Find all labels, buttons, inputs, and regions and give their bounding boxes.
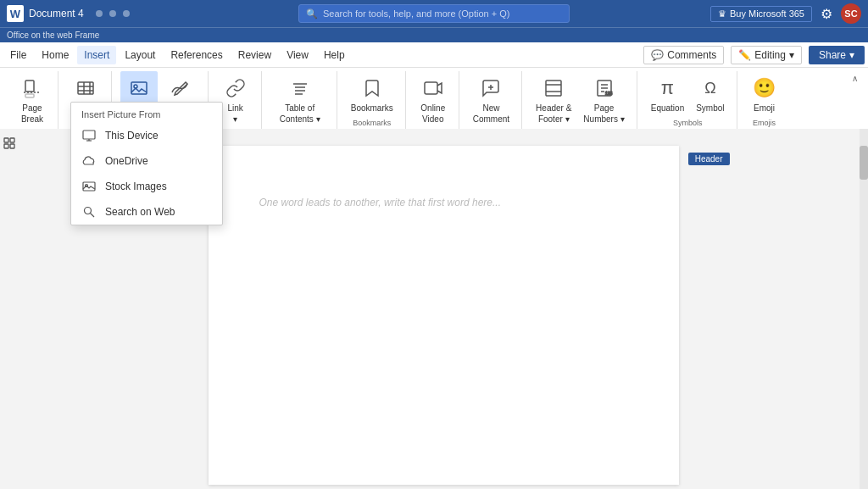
svg-rect-17 [546, 81, 561, 96]
ribbon-group-bookmarks: Bookmarks Bookmarks [339, 71, 406, 131]
video-icon [420, 75, 447, 102]
title-bar: W Document 4 🔍 Search for tools, help, a… [0, 0, 868, 27]
onedrive-label: OneDrive [105, 155, 148, 167]
this-device-item[interactable]: This Device [71, 123, 222, 148]
menu-review[interactable]: Review [231, 46, 278, 64]
device-icon [81, 128, 97, 143]
symbol-button[interactable]: Ω Symbol [691, 71, 729, 116]
svg-rect-0 [25, 81, 34, 92]
title-dot [109, 10, 116, 17]
search-icon: 🔍 [306, 8, 318, 19]
header-footer-button[interactable]: Header & Footer ▾ [531, 71, 576, 127]
ribbon-expand-button[interactable]: ∧ [848, 71, 861, 85]
picture-icon [125, 75, 153, 102]
onedrive-item[interactable]: OneDrive [71, 148, 222, 174]
dropdown-header: Insert Picture From [71, 103, 222, 123]
menu-bar-right: 💬 Comments ✏️ Editing ▾ Share ▾ [643, 46, 865, 64]
emojis-group-label: Emojis [753, 117, 776, 127]
svg-rect-14 [425, 82, 437, 94]
document-page[interactable]: One word leads to another, write that fi… [209, 146, 679, 485]
crown-icon: ♛ [718, 8, 726, 19]
svg-rect-32 [4, 138, 8, 142]
equation-button[interactable]: π Equation [646, 71, 689, 116]
online-video-button[interactable]: Online Video [415, 71, 452, 127]
title-bar-center: 🔍 Search for tools, help, and more (Opti… [292, 4, 576, 23]
title-bar-right: ♛ Buy Microsoft 365 ⚙ SC [576, 3, 861, 24]
menu-file[interactable]: File [3, 46, 33, 64]
search-on-web-label: Search on Web [105, 206, 175, 218]
menu-insert[interactable]: Insert [77, 46, 116, 64]
link-icon [222, 75, 249, 102]
document-container: One word leads to another, write that fi… [209, 146, 679, 472]
stock-images-label: Stock Images [105, 181, 167, 192]
svg-rect-34 [4, 144, 8, 148]
menu-view[interactable]: View [280, 46, 315, 64]
share-button[interactable]: Share ▾ [809, 46, 865, 64]
settings-icon[interactable]: ⚙ [821, 6, 832, 22]
title-dot [123, 10, 130, 17]
chevron-down-icon: ▾ [849, 49, 854, 61]
office-bar-label: Office on the web Frame [7, 31, 99, 40]
toc-button[interactable]: Table of Contents ▾ [275, 71, 326, 127]
toc-icon [287, 75, 314, 102]
search-placeholder: Search for tools, help, and more (Option… [323, 8, 509, 19]
page-numbers-button[interactable]: 123 Page Numbers ▾ [578, 71, 629, 127]
document-title: Document 4 [29, 8, 84, 19]
ribbon-group-emojis: 🙂 Emoji Emojis [739, 71, 790, 131]
editing-button[interactable]: ✏️ Editing ▾ [731, 46, 802, 64]
emoji-button[interactable]: 🙂 Emoji [746, 71, 783, 116]
svg-rect-2 [25, 94, 34, 97]
chevron-down-icon: ▾ [789, 49, 794, 61]
images-icon [81, 179, 97, 194]
svg-rect-28 [83, 182, 95, 191]
menu-references[interactable]: References [164, 46, 229, 64]
new-comment-button[interactable]: New Comment [468, 71, 515, 127]
bookmarks-icon [359, 75, 386, 102]
page-break-icon [19, 75, 46, 102]
comment-icon [477, 75, 504, 102]
ribbon-group-symbols: π Equation Ω Symbol Symbols [639, 71, 737, 131]
edit-icon: ✏️ [738, 49, 751, 61]
scrollbar[interactable] [860, 129, 868, 489]
stock-images-item[interactable]: Stock Images [71, 174, 222, 199]
svg-rect-25 [83, 131, 95, 139]
equation-icon: π [654, 75, 681, 102]
office-bar: Office on the web Frame [0, 27, 868, 42]
search-box[interactable]: 🔍 Search for tools, help, and more (Opti… [298, 4, 570, 23]
header-label: Header [688, 153, 730, 165]
comment-icon: 💬 [651, 49, 664, 61]
this-device-label: This Device [105, 130, 159, 142]
bookmarks-group-label: Bookmarks [353, 117, 391, 127]
cloud-icon [81, 153, 97, 169]
symbols-group-label: Symbols [673, 117, 703, 127]
placeholder-text: One word leads to another, write that fi… [259, 197, 501, 208]
title-dot [96, 10, 103, 17]
page-break-button[interactable]: Page Break [14, 71, 51, 127]
menu-home[interactable]: Home [35, 46, 75, 64]
drawing-icon [166, 75, 193, 102]
title-bar-left: W Document 4 [7, 5, 292, 22]
header-footer-icon [540, 75, 567, 102]
picture-dropdown: Insert Picture From This Device OneDrive [70, 102, 223, 225]
symbol-icon: Ω [697, 75, 724, 102]
svg-rect-33 [10, 138, 14, 142]
bookmarks-button[interactable]: Bookmarks [346, 71, 398, 116]
document-content: One word leads to another, write that fi… [209, 146, 679, 242]
avatar[interactable]: SC [841, 3, 861, 24]
menu-help[interactable]: Help [317, 46, 352, 64]
svg-line-31 [91, 214, 95, 218]
svg-text:123: 123 [605, 91, 613, 96]
left-panel [0, 129, 19, 489]
word-icon: W [7, 5, 24, 22]
emoji-icon: 🙂 [751, 75, 778, 102]
page-numbers-icon: 123 [591, 75, 618, 102]
search-on-web-item[interactable]: Search on Web [71, 199, 222, 225]
scrollbar-thumb[interactable] [860, 146, 868, 180]
comments-button[interactable]: 💬 Comments [643, 46, 724, 64]
svg-rect-35 [10, 144, 14, 148]
svg-rect-3 [78, 82, 93, 94]
nav-icon[interactable] [2, 136, 17, 151]
menu-layout[interactable]: Layout [118, 46, 162, 64]
svg-point-30 [85, 208, 92, 214]
buy-microsoft-btn[interactable]: ♛ Buy Microsoft 365 [710, 6, 812, 22]
